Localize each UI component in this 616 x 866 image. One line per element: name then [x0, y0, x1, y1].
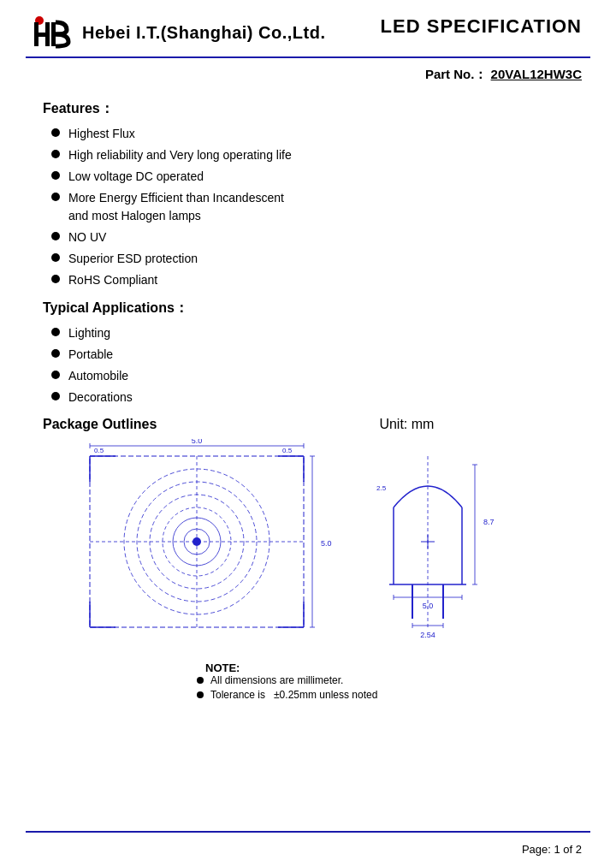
application-text: Portable — [68, 346, 573, 364]
page-wrapper: Hebei I.T.(Shanghai) Co.,Ltd. LED SPECIF… — [0, 0, 616, 866]
list-item: Low voltage DC operated — [51, 168, 573, 186]
feature-text: Low voltage DC operated — [68, 168, 573, 186]
bullet-icon — [197, 691, 204, 698]
list-item: Highest Flux — [51, 125, 573, 143]
company-name: Hebei I.T.(Shanghai) Co.,Ltd. — [82, 23, 326, 43]
bullet-icon — [51, 349, 60, 358]
list-item: More Energy Efficient than Incandescent … — [51, 189, 573, 225]
bullet-icon — [51, 150, 60, 158]
list-item: NO UV — [51, 228, 573, 246]
svg-text:8.7: 8.7 — [483, 518, 495, 526]
package-header: Package Outlines Unit: mm — [43, 417, 573, 432]
feature-text: NO UV — [68, 228, 573, 246]
package-title: Package Outlines — [43, 417, 157, 432]
applications-list: Lighting Portable Automobile Decorations — [43, 324, 573, 406]
page-number: Page: 1 of 2 — [522, 843, 616, 856]
main-content: Features： Highest Flux High reliability … — [0, 92, 616, 653]
list-item: Tolerance is ±0.25mm unless noted — [197, 689, 582, 701]
bullet-icon — [51, 232, 60, 240]
list-item: Superior ESD protection — [51, 250, 573, 268]
bullet-icon — [51, 193, 60, 201]
note-text: All dimensions are millimeter. — [210, 674, 343, 686]
svg-point-22 — [192, 537, 201, 546]
svg-rect-3 — [45, 22, 50, 46]
notes-list: All dimensions are millimeter. Tolerance… — [197, 674, 582, 701]
feature-text: Superior ESD protection — [68, 250, 573, 268]
notes-section: NOTE: All dimensions are millimeter. Tol… — [0, 661, 616, 701]
feature-sub-text: and most Halogen lamps — [68, 207, 573, 225]
led-spec-title: LED SPECIFICATION — [381, 15, 582, 38]
svg-text:2.5: 2.5 — [376, 484, 387, 492]
svg-text:5.0: 5.0 — [423, 602, 434, 610]
part-number-label: Part No.： — [425, 67, 488, 81]
bullet-icon — [51, 128, 60, 137]
list-item: Decorations — [51, 389, 573, 406]
feature-text: RoHS Compliant — [68, 271, 573, 289]
part-number-line: Part No.： 20VAL12HW3C — [0, 58, 616, 92]
note-text: Tolerance is ±0.25mm unless noted — [210, 689, 377, 701]
logo-area: Hebei I.T.(Shanghai) Co.,Ltd. — [34, 15, 326, 50]
list-item: Lighting — [51, 324, 573, 342]
bullet-icon — [51, 328, 60, 336]
bullet-icon — [51, 253, 60, 262]
svg-text:0.5: 0.5 — [94, 447, 104, 454]
list-item: Automobile — [51, 367, 573, 385]
svg-text:5.0: 5.0 — [321, 539, 332, 548]
feature-text: Highest Flux — [68, 125, 573, 143]
footer-divider — [26, 831, 590, 833]
bullet-icon — [51, 275, 60, 283]
list-item: All dimensions are millimeter. — [197, 674, 582, 686]
features-list: Highest Flux High reliability and Very l… — [43, 125, 573, 289]
feature-text: High reliability and Very long operating… — [68, 146, 573, 164]
feature-text: More Energy Efficient than Incandescent … — [68, 189, 573, 225]
svg-text:0.5: 0.5 — [282, 447, 293, 454]
logo-icon — [34, 15, 75, 50]
bullet-icon — [197, 677, 204, 684]
bullet-icon — [51, 392, 60, 400]
diagram-area: 5.0 5.0 0.5 0.5 — [43, 439, 573, 644]
svg-text:2.54: 2.54 — [420, 631, 435, 639]
application-text: Automobile — [68, 367, 573, 385]
svg-rect-4 — [51, 22, 56, 46]
typical-applications-title: Typical Applications： — [43, 300, 573, 317]
package-section: Package Outlines Unit: mm — [43, 417, 573, 644]
notes-title: NOTE: — [205, 661, 582, 674]
bullet-icon — [51, 171, 60, 180]
bullet-icon — [51, 371, 60, 379]
application-text: Decorations — [68, 389, 573, 406]
features-title: Features： — [43, 100, 573, 118]
header-right: LED SPECIFICATION — [381, 15, 582, 38]
svg-text:5.0: 5.0 — [192, 439, 203, 445]
application-text: Lighting — [68, 324, 573, 342]
part-number-value: 20VAL12HW3C — [491, 67, 582, 81]
header: Hebei I.T.(Shanghai) Co.,Ltd. LED SPECIF… — [0, 0, 616, 56]
technical-drawing: 5.0 5.0 0.5 0.5 — [43, 439, 590, 644]
list-item: RoHS Compliant — [51, 271, 573, 289]
list-item: High reliability and Very long operating… — [51, 146, 573, 164]
unit-label: Unit: mm — [379, 417, 434, 432]
list-item: Portable — [51, 346, 573, 364]
